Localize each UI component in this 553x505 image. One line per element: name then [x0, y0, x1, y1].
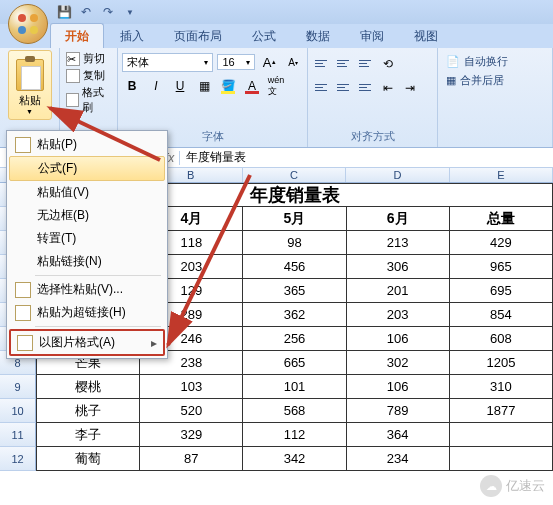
cell[interactable]: 695 — [450, 279, 553, 303]
cell[interactable]: 789 — [347, 399, 450, 423]
formula-value[interactable]: 年度销量表 — [180, 149, 252, 166]
cut-button[interactable]: ✂剪切 — [64, 50, 113, 67]
cell[interactable]: 213 — [347, 231, 450, 255]
tab-home[interactable]: 开始 — [50, 23, 104, 48]
menu-special[interactable]: 选择性粘贴(V)... — [9, 278, 165, 301]
row-header[interactable]: 9 — [0, 375, 36, 399]
merge-button[interactable]: ▦合并后居 — [442, 71, 548, 90]
bold-button[interactable]: B — [122, 76, 142, 96]
font-size-combo[interactable]: 16▾ — [217, 54, 255, 70]
cell[interactable]: 101 — [243, 375, 346, 399]
chevron-down-icon: ▾ — [246, 58, 250, 67]
col-c[interactable]: C — [243, 168, 346, 182]
font-color-button[interactable]: A — [242, 76, 262, 96]
cell[interactable]: 103 — [140, 375, 243, 399]
cell[interactable]: 234 — [347, 447, 450, 471]
cell[interactable]: 364 — [347, 423, 450, 447]
cell[interactable]: 342 — [243, 447, 346, 471]
undo-icon[interactable]: ↶ — [78, 4, 94, 20]
border-button[interactable]: ▦ — [194, 76, 214, 96]
cell[interactable]: 203 — [347, 303, 450, 327]
align-top[interactable] — [312, 54, 332, 72]
indent-inc[interactable]: ⇥ — [400, 78, 420, 98]
italic-button[interactable]: I — [146, 76, 166, 96]
align-group: ⟲ ⇤ ⇥ 对齐方式 — [308, 48, 438, 147]
save-icon[interactable]: 💾 — [56, 4, 72, 20]
cell[interactable]: 365 — [243, 279, 346, 303]
menu-hyperlink[interactable]: 粘贴为超链接(H) — [9, 301, 165, 324]
col-e[interactable]: E — [450, 168, 553, 182]
align-right[interactable] — [356, 78, 376, 96]
orientation-button[interactable]: ⟲ — [378, 54, 398, 74]
cell[interactable]: 李子 — [36, 423, 140, 447]
cell[interactable]: 362 — [243, 303, 346, 327]
cell[interactable]: 306 — [347, 255, 450, 279]
copy-button[interactable]: 复制 — [64, 67, 113, 84]
tab-view[interactable]: 视图 — [400, 24, 452, 48]
cell[interactable]: 106 — [347, 375, 450, 399]
cell[interactable]: 608 — [450, 327, 553, 351]
cell[interactable] — [450, 447, 553, 471]
table-row: 11李子329112364 — [0, 423, 553, 447]
tab-data[interactable]: 数据 — [292, 24, 344, 48]
cell[interactable]: 520 — [140, 399, 243, 423]
cell[interactable]: 桃子 — [36, 399, 140, 423]
font-name-combo[interactable]: 宋体▾ — [122, 53, 213, 72]
cell[interactable]: 87 — [140, 447, 243, 471]
menu-values[interactable]: 粘贴值(V) — [9, 181, 165, 204]
tab-review[interactable]: 审阅 — [346, 24, 398, 48]
phonetic-button[interactable]: wén文 — [266, 76, 286, 96]
cell[interactable]: 樱桃 — [36, 375, 140, 399]
tab-insert[interactable]: 插入 — [106, 24, 158, 48]
paste-dropdown-icon[interactable]: ▼ — [26, 108, 33, 115]
align-center[interactable] — [334, 78, 354, 96]
underline-button[interactable]: U — [170, 76, 190, 96]
align-left[interactable] — [312, 78, 332, 96]
menu-paste[interactable]: 粘贴(P) — [9, 133, 165, 156]
cell[interactable]: 302 — [347, 351, 450, 375]
menu-formula[interactable]: 公式(F) — [9, 156, 165, 181]
office-button[interactable] — [8, 4, 48, 44]
row-header[interactable]: 10 — [0, 399, 36, 423]
menu-transpose[interactable]: 转置(T) — [9, 227, 165, 250]
cell[interactable] — [450, 423, 553, 447]
cell[interactable]: 98 — [243, 231, 346, 255]
cell[interactable]: 456 — [243, 255, 346, 279]
menu-as-picture[interactable]: 以图片格式(A)▸ — [9, 329, 165, 356]
shrink-font-button[interactable]: A▾ — [283, 52, 303, 72]
qat-dropdown-icon[interactable]: ▼ — [122, 4, 138, 20]
cell[interactable]: 854 — [450, 303, 553, 327]
tab-layout[interactable]: 页面布局 — [160, 24, 236, 48]
paste-button[interactable]: 粘贴 ▼ — [8, 50, 52, 120]
redo-icon[interactable]: ↷ — [100, 4, 116, 20]
wrap-button[interactable]: 📄自动换行 — [442, 52, 548, 71]
cell[interactable]: 568 — [243, 399, 346, 423]
menu-link[interactable]: 粘贴链接(N) — [9, 250, 165, 273]
cell[interactable]: 256 — [243, 327, 346, 351]
indent-dec[interactable]: ⇤ — [378, 78, 398, 98]
cell[interactable]: 201 — [347, 279, 450, 303]
cell[interactable]: 965 — [450, 255, 553, 279]
row-header[interactable]: 11 — [0, 423, 36, 447]
cell[interactable]: 112 — [243, 423, 346, 447]
cell[interactable]: 5月 — [243, 207, 346, 231]
tab-formula[interactable]: 公式 — [238, 24, 290, 48]
align-bottom[interactable] — [356, 54, 376, 72]
brush-button[interactable]: 格式刷 — [64, 84, 113, 116]
cell[interactable]: 总量 — [450, 207, 553, 231]
cell[interactable]: 665 — [243, 351, 346, 375]
align-middle[interactable] — [334, 54, 354, 72]
cell[interactable]: 1877 — [450, 399, 553, 423]
menu-noborder[interactable]: 无边框(B) — [9, 204, 165, 227]
cell[interactable]: 106 — [347, 327, 450, 351]
row-header[interactable]: 12 — [0, 447, 36, 471]
cell[interactable]: 1205 — [450, 351, 553, 375]
cell[interactable]: 329 — [140, 423, 243, 447]
cell[interactable]: 6月 — [347, 207, 450, 231]
cell[interactable]: 310 — [450, 375, 553, 399]
col-d[interactable]: D — [346, 168, 449, 182]
cell[interactable]: 葡萄 — [36, 447, 140, 471]
fill-color-button[interactable]: 🪣 — [218, 76, 238, 96]
grow-font-button[interactable]: A▴ — [259, 52, 279, 72]
cell[interactable]: 429 — [450, 231, 553, 255]
